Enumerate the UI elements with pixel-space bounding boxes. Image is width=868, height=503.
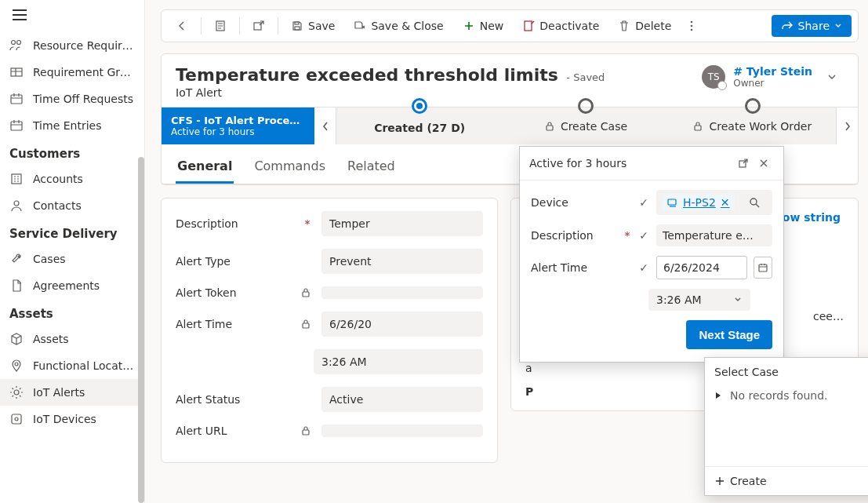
- save-close-icon: [354, 20, 366, 32]
- command-bar: Save Save & Close New Deactivate: [161, 9, 859, 42]
- nav-functional-locations[interactable]: Functional Locati…: [0, 352, 144, 379]
- svg-rect-27: [759, 264, 767, 272]
- flyout-title: Active for 3 hours: [529, 157, 733, 169]
- bpf-prev-button[interactable]: [314, 108, 336, 144]
- delete-button[interactable]: Delete: [610, 15, 679, 37]
- back-button[interactable]: [168, 15, 196, 37]
- svg-point-6: [14, 201, 19, 206]
- record-saved-suffix: - Saved: [566, 71, 605, 83]
- record-title: Temperature exceeded threshold limits: [176, 65, 558, 85]
- nav-label: Assets: [33, 333, 69, 345]
- owner-avatar: TS: [702, 65, 725, 89]
- flyout-time-select[interactable]: 3:26 AM: [648, 289, 750, 311]
- nav-accounts[interactable]: Accounts: [0, 166, 144, 192]
- building-icon: [9, 172, 24, 186]
- alert-token-field: [321, 286, 483, 299]
- owner-name[interactable]: # Tyler Stein: [733, 65, 812, 78]
- flyout-device-field[interactable]: H-PS2 ✕: [656, 190, 772, 215]
- nav-label: IoT Devices: [33, 413, 96, 425]
- nav-resource-requirements[interactable]: Resource Require…: [0, 32, 144, 59]
- save-button[interactable]: Save: [283, 15, 343, 37]
- flyout-description-field[interactable]: Temperature e…: [656, 224, 772, 246]
- user-assign-icon: [9, 38, 24, 53]
- tab-general[interactable]: General: [176, 154, 234, 184]
- stage-indicator-active-icon: [412, 98, 427, 114]
- new-button[interactable]: New: [455, 15, 512, 37]
- flyout-date-input[interactable]: 6/26/2024: [656, 256, 747, 279]
- owner-block[interactable]: TS # Tyler Stein Owner: [702, 65, 844, 89]
- lock-icon: [301, 319, 314, 329]
- stage-indicator-icon: [578, 98, 594, 114]
- owner-chevron[interactable]: [820, 71, 844, 82]
- section-service-delivery: Service Delivery: [0, 219, 144, 246]
- flyout-popout-button[interactable]: [733, 155, 754, 172]
- nav-assets[interactable]: Assets: [0, 326, 144, 352]
- lookup-search-button[interactable]: [749, 197, 766, 208]
- chevron-down-icon: [733, 295, 743, 304]
- nav-contacts[interactable]: Contacts: [0, 192, 144, 219]
- share-button[interactable]: Share: [772, 15, 852, 37]
- open-new-window-button[interactable]: [245, 15, 273, 37]
- nav-agreements[interactable]: Agreements: [0, 272, 144, 299]
- tab-commands[interactable]: Commands: [252, 154, 327, 184]
- nav-time-off[interactable]: Time Off Requests: [0, 86, 144, 112]
- pin-icon: [9, 359, 24, 373]
- save-icon: [291, 20, 303, 32]
- svg-rect-9: [12, 414, 21, 424]
- bpf-next-button[interactable]: [836, 108, 858, 144]
- next-stage-button[interactable]: Next Stage: [686, 320, 772, 349]
- device-chip-remove[interactable]: ✕: [721, 196, 730, 209]
- divider: [201, 17, 202, 35]
- hamburger-button[interactable]: [0, 0, 144, 32]
- record-entity: IoT Alert: [176, 86, 605, 99]
- bpf-header[interactable]: CFS - IoT Alert Process Fl… Active for 3…: [162, 108, 314, 144]
- nav-iot-alerts[interactable]: IoT Alerts: [0, 379, 144, 406]
- nav-time-entries[interactable]: Time Entries: [0, 112, 144, 139]
- back-icon: [176, 20, 188, 32]
- description-field[interactable]: Temper: [321, 211, 483, 236]
- bpf-stage-create-case[interactable]: Create Case: [503, 108, 669, 144]
- svg-rect-13: [295, 22, 299, 24]
- plus-icon: [463, 20, 475, 32]
- device-chip[interactable]: H-PS2 ✕: [663, 195, 735, 210]
- alert-time-date-field: 6/26/20: [321, 312, 483, 337]
- deactivate-button[interactable]: Deactivate: [514, 15, 607, 37]
- nav-label: Cases: [33, 253, 66, 265]
- bpf-stage-create-work-order[interactable]: Create Work Order: [670, 108, 836, 144]
- lock-icon: [301, 288, 314, 297]
- alert-icon: [9, 385, 24, 399]
- nav-requirement-groups[interactable]: Requirement Gro…: [0, 59, 144, 86]
- main: Save Save & Close New Deactivate: [145, 0, 868, 503]
- device-chip-label: H-PS2: [683, 196, 716, 209]
- svg-rect-3: [11, 95, 22, 104]
- tab-related[interactable]: Related: [346, 154, 397, 184]
- hamburger-icon: [13, 9, 27, 20]
- bpf-stage-created[interactable]: Created (27 D): [336, 108, 503, 144]
- bpf-stage-label: Create Case: [561, 120, 627, 133]
- calendar-icon: [9, 118, 24, 133]
- required-marker: *: [305, 217, 311, 230]
- flyout-alert-time-label: Alert Time: [531, 261, 617, 274]
- alert-time-time-field: 3:26 AM: [314, 349, 483, 374]
- svg-point-10: [15, 417, 18, 421]
- overflow-button[interactable]: [682, 15, 701, 37]
- flyout-close-button[interactable]: [754, 155, 774, 172]
- section-assets: Assets: [0, 299, 144, 326]
- share-label: Share: [798, 20, 830, 32]
- svg-point-16: [691, 21, 693, 24]
- select-case-dropdown: Select Case No records found. Create Clo…: [704, 357, 868, 496]
- create-button[interactable]: Create: [714, 475, 767, 487]
- svg-point-26: [750, 199, 757, 205]
- nav-label: Functional Locati…: [33, 359, 135, 372]
- svg-rect-23: [303, 430, 309, 435]
- save-close-button[interactable]: Save & Close: [346, 15, 451, 37]
- alert-type-field[interactable]: Prevent: [321, 249, 483, 274]
- popout-icon: [252, 20, 265, 32]
- alert-status-field[interactable]: Active: [321, 387, 483, 412]
- date-picker-button[interactable]: [754, 257, 772, 279]
- form-selector-button[interactable]: [206, 15, 234, 37]
- owner-role: Owner: [733, 78, 812, 89]
- nav-iot-devices[interactable]: IoT Devices: [0, 406, 144, 432]
- sidebar-scrollbar[interactable]: [138, 157, 144, 503]
- nav-cases[interactable]: Cases: [0, 246, 144, 272]
